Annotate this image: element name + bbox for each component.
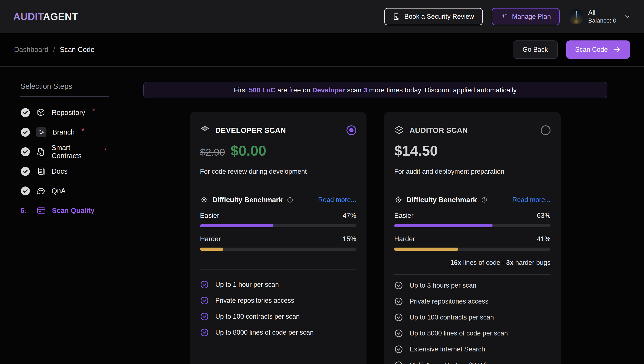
scan-code-button[interactable]: Scan Code [566,40,630,59]
feature-label: Private repositories access [409,298,488,305]
read-more-link[interactable]: Read more... [512,196,550,204]
chat-bubble-icon [36,186,46,196]
divider [394,274,550,274]
read-more-link[interactable]: Read more... [318,196,356,204]
banner-accent-count: 3 [363,86,367,94]
layer-icon [200,126,210,135]
promo-banner: First 500 LoC are free on Developer scan… [143,82,607,98]
sidebar-item-repository[interactable]: Repository * [21,108,107,118]
harder-percent: 41% [537,235,550,243]
info-icon [481,197,487,203]
app-header: AUDITAGENT Book a Security Review Manage… [0,0,644,33]
arrow-right-icon [613,46,621,54]
plan-description: For audit and deployment preparation [394,168,550,176]
banner-text: First [234,86,249,94]
sidebar-item-smart-contracts[interactable]: Smart Contracts * [21,147,107,157]
feature-label: Up to 8000 lines of code per scan [215,329,314,336]
harder-label: Harder [394,235,415,243]
plan-title: DEVELOPER SCAN [215,126,286,134]
sparkles-icon [500,13,508,20]
package-icon [36,108,46,117]
go-back-button[interactable]: Go Back [513,40,558,59]
breadcrumb: Dashboard / Scan Code [14,46,95,54]
sidebar-item-label: Smart Contracts [52,144,97,160]
feature-label: Multi-Agent System (MAS) [409,362,487,364]
step-number: 6. [21,206,31,214]
note-text: harder bugs [513,259,550,266]
check-circle-icon [21,186,30,196]
scale-note: 16x lines of code - 3x harder bugs [394,259,550,266]
logo-part-secondary: AGENT [43,11,78,22]
selection-steps-sidebar: Selection Steps Repository * Branc [0,67,107,364]
banner-text: scan [345,86,363,94]
sidebar-item-branch[interactable]: Branch * [21,127,107,137]
breadcrumb-separator: / [53,46,55,54]
breadcrumb-dashboard[interactable]: Dashboard [14,46,48,54]
manage-plan-label: Manage Plan [512,13,551,20]
easier-percent: 47% [343,212,356,220]
plan-radio-unselected[interactable] [541,126,550,135]
chevron-down-icon [623,13,631,20]
easier-label: Easier [394,212,414,220]
check-circle-icon [200,312,209,321]
plan-original-price: $2.90 [200,146,225,158]
easier-progress-fill [394,224,493,227]
check-circle-icon [394,297,403,306]
sidebar-item-docs[interactable]: Docs [21,166,107,176]
easier-progressbar [200,224,356,227]
check-circle-icon [200,296,209,305]
breadcrumb-current: Scan Code [60,46,95,54]
sidebar-item-label: QnA [52,187,66,195]
benchmark-title: Difficulty Benchmark [212,196,283,204]
user-menu[interactable]: Ali Balance: 0 [569,9,631,24]
check-circle-icon [200,280,209,289]
plan-radio-selected[interactable] [346,126,356,135]
divider [394,187,550,187]
logo-part-primary: AUDIT [13,11,43,22]
feature-label: Private repositories access [215,297,294,304]
required-asterisk: * [82,127,85,135]
scan-code-label: Scan Code [575,46,608,54]
feature-item: Private repositories access [394,297,550,306]
divider [200,187,356,187]
harder-progressbar [200,248,356,251]
plan-price: $14.50 [394,142,438,159]
plan-description: For code review during development [200,168,356,176]
sidebar-item-label: Scan Quality [52,206,95,214]
manage-plan-button[interactable]: Manage Plan [492,8,560,25]
sidebar-item-scan-quality[interactable]: 6. Scan Quality [21,206,107,216]
check-circle-icon [200,328,209,337]
harder-label: Harder [200,235,221,243]
feature-item: Multi-Agent System (MAS) [394,361,550,364]
note-bold: 3x [506,259,513,266]
avatar [569,9,584,24]
plan-card-developer[interactable]: DEVELOPER SCAN $2.90 $0.00 For code revi… [190,112,366,364]
feature-item: Private repositories access [200,296,356,305]
user-name: Ali [588,9,616,17]
harder-percent: 15% [343,235,356,243]
feature-item: Up to 1 hour per scan [200,280,356,289]
git-branch-icon [36,127,47,137]
feature-item: Up to 8000 lines of code per scan [200,328,356,337]
plan-card-auditor[interactable]: AUDITOR SCAN $14.50 For audit and deploy… [384,112,561,364]
banner-text: are free on [276,86,312,94]
divider [200,270,356,270]
feature-item: Up to 8000 lines of code per scan [394,329,550,338]
plan-price: $0.00 [231,142,266,159]
feature-item: Up to 100 contracts per scan [200,312,356,321]
required-asterisk: * [104,147,107,154]
user-balance: Balance: 0 [588,17,616,24]
benchmark-title: Difficulty Benchmark [407,196,477,204]
layers-icon [394,126,404,135]
banner-accent-loc: 500 LoC [249,86,275,94]
docs-icon [36,167,46,176]
feature-label: Up to 3 hours per scan [409,282,476,289]
check-circle-icon [21,166,30,176]
sidebar-item-qna[interactable]: QnA [21,186,107,196]
check-circle-icon [21,147,30,157]
feature-label: Up to 100 contracts per scan [215,313,300,320]
harder-progress-fill [200,248,223,251]
info-icon [287,197,293,203]
sidebar-title: Selection Steps [21,82,109,97]
book-security-review-button[interactable]: Book a Security Review [384,8,483,25]
